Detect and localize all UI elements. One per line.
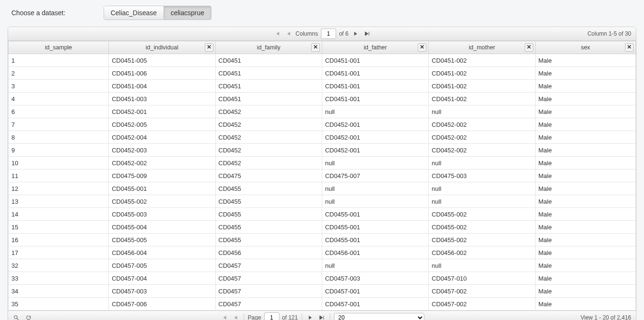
table-cell: CD0451-003 (109, 93, 215, 105)
column-header-label: id_father (364, 44, 387, 51)
table-cell: 17 (9, 246, 109, 259)
table-cell: 32 (9, 259, 109, 272)
table-cell: CD0452-002 (109, 157, 215, 169)
table-row[interactable]: 14CD0455-003CD0455CD0455-001CD0455-002Ma… (9, 208, 636, 221)
table-row[interactable]: 13CD0455-002CD0455nullnullMale (9, 195, 636, 208)
column-remove-icon[interactable]: ✕ (418, 43, 426, 52)
table-cell: CD0455-005 (109, 234, 215, 246)
table-row[interactable]: 4CD0451-003CD0451CD0451-001CD0451-002Mal… (9, 93, 636, 105)
last-columns-icon[interactable] (363, 29, 371, 38)
table-cell: 3 (9, 80, 109, 93)
column-remove-icon[interactable]: ✕ (205, 43, 213, 52)
table-row[interactable]: 2CD0451-006CD0451CD0451-001CD0451-002Mal… (9, 67, 636, 80)
svg-point-0 (14, 316, 17, 319)
table-cell: 1 (9, 54, 109, 67)
first-columns-icon[interactable] (273, 29, 281, 38)
columns-page-input[interactable] (321, 28, 336, 39)
table-row[interactable]: 32CD0457-005CD0457nullnullMale (9, 259, 636, 272)
column-remove-icon[interactable]: ✕ (625, 43, 634, 52)
table-row[interactable]: 12CD0455-001CD0455nullnullMale (9, 182, 636, 195)
table-cell: CD0451 (215, 80, 322, 93)
table-row[interactable]: 33CD0457-004CD0457CD0457-003CD0457-010Ma… (9, 272, 636, 285)
column-remove-icon[interactable]: ✕ (311, 43, 320, 52)
column-header[interactable]: id_mother✕ (429, 41, 535, 54)
table-cell: 12 (9, 182, 109, 195)
table-row[interactable]: 6CD0452-001CD0452nullnullMale (9, 105, 636, 118)
table-cell: Male (535, 54, 635, 67)
table-cell: Male (535, 208, 635, 221)
table-cell: CD0455-002 (429, 208, 535, 221)
table-cell: CD0451 (215, 54, 322, 67)
table-cell: Male (535, 67, 635, 80)
dataset-option-button[interactable]: celiacsprue (163, 6, 211, 19)
table-cell: 8 (9, 131, 109, 144)
table-row[interactable]: 8CD0452-004CD0452CD0452-001CD0452-002Mal… (9, 131, 636, 144)
table-cell: CD0455-002 (429, 234, 535, 246)
column-header-label: sex (581, 44, 590, 51)
column-header-label: id_individual (145, 44, 178, 51)
table-cell: Male (535, 131, 635, 144)
table-cell: null (322, 157, 428, 169)
table-cell: CD0457-004 (109, 272, 215, 285)
table-cell: Male (535, 182, 635, 195)
table-cell: CD0456-002 (429, 246, 535, 259)
search-icon[interactable] (12, 313, 20, 320)
table-row[interactable]: 9CD0452-003CD0452CD0452-001CD0452-002Mal… (9, 144, 636, 157)
table-row[interactable]: 11CD0475-009CD0475CD0475-007CD0475-003Ma… (9, 169, 636, 182)
column-remove-icon[interactable]: ✕ (525, 43, 533, 52)
refresh-icon[interactable] (24, 313, 33, 320)
column-header[interactable]: sex✕ (535, 41, 635, 54)
table-cell: CD0455 (215, 221, 322, 234)
table-cell: CD0456-001 (322, 246, 428, 259)
table-row[interactable]: 17CD0456-004CD0456CD0456-001CD0456-002Ma… (9, 246, 636, 259)
table-cell: null (429, 182, 535, 195)
dataset-option-button[interactable]: Celiac_Disease (104, 6, 163, 19)
table-cell: 2 (9, 67, 109, 80)
table-cell: CD0451-001 (322, 93, 428, 105)
column-header[interactable]: id_family✕ (215, 41, 322, 54)
table-row[interactable]: 1CD0451-005CD0451CD0451-001CD0451-002Mal… (9, 54, 636, 67)
data-table: id_sampleid_individual✕id_family✕id_fath… (8, 41, 636, 311)
column-header[interactable]: id_father✕ (322, 41, 428, 54)
prev-page-icon[interactable] (231, 313, 240, 320)
table-row[interactable]: 35CD0457-006CD0457CD0457-001CD0457-002Ma… (9, 298, 636, 311)
table-cell: CD0452 (215, 157, 322, 169)
table-cell: CD0452-005 (109, 118, 215, 131)
table-cell: CD0457-003 (322, 272, 428, 285)
table-row[interactable]: 7CD0452-005CD0452CD0452-001CD0452-002Mal… (9, 118, 636, 131)
prev-columns-icon[interactable] (284, 29, 293, 38)
table-row[interactable]: 15CD0455-004CD0455CD0455-001CD0455-002Ma… (9, 221, 636, 234)
table-cell: CD0452-001 (322, 131, 428, 144)
table-cell: CD0451-002 (429, 80, 535, 93)
last-page-icon[interactable] (317, 313, 326, 320)
first-page-icon[interactable] (220, 313, 228, 320)
table-row[interactable]: 10CD0452-002CD0452nullnullMale (9, 157, 636, 169)
table-cell: 7 (9, 118, 109, 131)
table-cell: null (429, 157, 535, 169)
dataset-chooser-label: Choose a dataset: (11, 9, 66, 17)
svg-line-1 (17, 319, 19, 320)
table-row[interactable]: 34CD0457-003CD0457CD0457-001CD0457-002Ma… (9, 285, 636, 298)
table-cell: CD0475 (215, 169, 322, 182)
table-cell: 15 (9, 221, 109, 234)
table-cell: CD0451-001 (322, 54, 428, 67)
column-header[interactable]: id_sample (9, 41, 109, 54)
page-size-select[interactable]: 20 (334, 313, 424, 320)
table-cell: CD0452-004 (109, 131, 215, 144)
table-row[interactable]: 3CD0451-004CD0451CD0451-001CD0451-002Mal… (9, 80, 636, 93)
table-cell: CD0455-001 (322, 208, 428, 221)
next-page-icon[interactable] (306, 313, 315, 320)
table-cell: CD0455-003 (109, 208, 215, 221)
table-cell: null (322, 259, 428, 272)
table-cell: Male (535, 93, 635, 105)
next-columns-icon[interactable] (351, 29, 360, 38)
table-row[interactable]: 16CD0455-005CD0455CD0455-001CD0455-002Ma… (9, 234, 636, 246)
table-cell: CD0455 (215, 208, 322, 221)
table-cell: null (322, 182, 428, 195)
page-input[interactable] (264, 312, 279, 320)
table-cell: null (322, 195, 428, 208)
table-cell: 4 (9, 93, 109, 105)
table-cell: CD0457-006 (109, 298, 215, 311)
column-header[interactable]: id_individual✕ (109, 41, 215, 54)
table-cell: CD0451 (215, 93, 322, 105)
